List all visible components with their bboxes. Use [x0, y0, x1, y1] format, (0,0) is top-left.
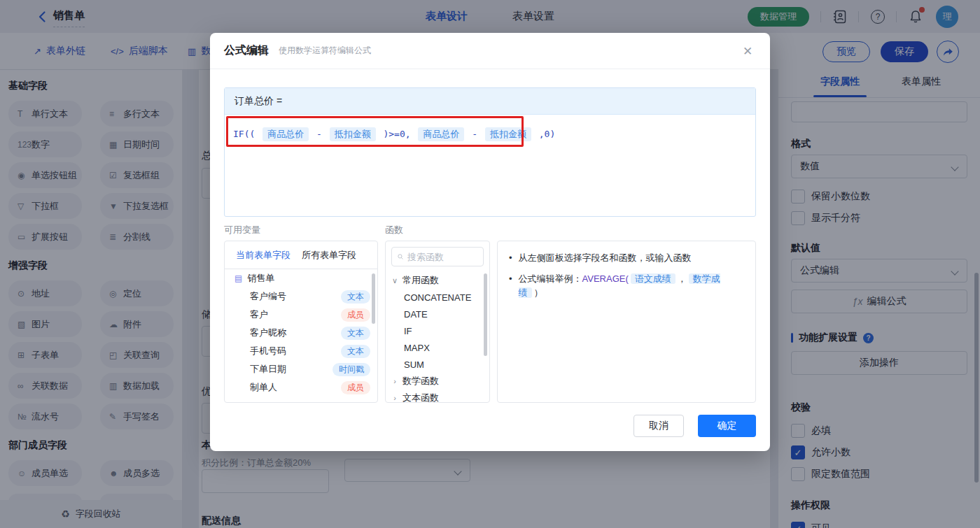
variable-name: 下单日期 [250, 363, 286, 376]
tip-text: ， [678, 273, 687, 284]
variable-type-badge: 成员 [341, 381, 370, 394]
confirm-button[interactable]: 确定 [698, 415, 756, 437]
formula-text: )>=0, [378, 129, 416, 139]
function-search-box [391, 247, 484, 266]
search-icon [398, 252, 403, 261]
variable-name: 手机号码 [250, 345, 286, 357]
formula-text: - [311, 129, 327, 139]
variable-name: 客户 [250, 308, 268, 321]
formula-target-field: 订单总价 = [225, 88, 755, 115]
function-item[interactable]: SUM [386, 356, 489, 373]
form-doc-icon: ▤ [234, 273, 242, 283]
formula-text: - [466, 129, 482, 139]
tip-text: ） [534, 287, 543, 298]
close-icon[interactable]: ✕ [741, 44, 755, 58]
tip-item: • 从左侧面板选择字段名和函数，或输入函数 [509, 251, 744, 265]
function-item[interactable]: DATE [386, 306, 489, 322]
function-group-collapsed[interactable]: ›数学函数 [386, 373, 489, 390]
formula-field-chip[interactable]: 商品总价 [262, 127, 309, 141]
chevron-right-icon: › [391, 394, 398, 402]
function-group-expanded[interactable]: ∨常用函数 [386, 272, 489, 289]
variables-root-row[interactable]: ▤销售单 [225, 269, 377, 287]
chevron-right-icon: › [391, 377, 398, 385]
formula-text: ,0) [533, 129, 555, 139]
variable-name: 制单人 [250, 381, 277, 394]
tip-item: • 公式编辑举例：AVERAGE(语文成绩，数学成绩） [509, 272, 744, 300]
formula-editor: 订单总价 = IF(( 商品总价 - 抵扣金额 )>=0, 商品总价 - 抵扣金… [224, 87, 756, 217]
variable-row[interactable]: 客户编号文本 [225, 287, 377, 306]
variable-row[interactable]: 客户成员 [225, 306, 377, 324]
variables-label: 可用变量 [224, 224, 260, 236]
tips-panel: • 从左侧面板选择字段名和函数，或输入函数 • 公式编辑举例：AVERAGE(语… [497, 241, 756, 403]
functions-label: 函数 [385, 224, 403, 236]
tip-text: 公式编辑举例： [519, 273, 582, 284]
variable-type-badge: 成员 [341, 308, 370, 322]
formula-edit-modal: 公式编辑 使用数学运算符编辑公式 ✕ 订单总价 = IF(( 商品总价 - 抵扣… [210, 33, 770, 451]
formula-text: IF(( [233, 129, 260, 139]
variable-row[interactable]: 制单人成员 [225, 378, 377, 397]
scrollbar-thumb[interactable] [484, 273, 487, 356]
variable-type-badge: 文本 [341, 327, 370, 340]
modal-title: 公式编辑 [224, 43, 269, 58]
function-item[interactable]: MAPX [386, 339, 489, 356]
variable-name: 客户编号 [250, 290, 286, 303]
variable-row[interactable]: 下单日期时间戳 [225, 360, 377, 378]
cancel-button[interactable]: 取消 [634, 415, 684, 437]
scrollbar-thumb[interactable] [372, 273, 375, 324]
formula-input-area[interactable]: IF(( 商品总价 - 抵扣金额 )>=0, 商品总价 - 抵扣金额 ,0) [225, 115, 755, 154]
chevron-down-icon: ∨ [391, 276, 398, 285]
function-group-name: 数学函数 [402, 375, 439, 387]
variable-type-badge: 时间戳 [332, 363, 370, 376]
variable-row[interactable]: 客户昵称文本 [225, 324, 377, 342]
modal-header: 公式编辑 使用数学运算符编辑公式 [210, 33, 770, 69]
variable-row[interactable]: 手机号码文本 [225, 342, 377, 360]
variable-type-badge: 文本 [341, 290, 370, 304]
variables-panel: 当前表单字段所有表单字段 ▤销售单客户编号文本客户成员客户昵称文本手机号码文本下… [224, 241, 378, 403]
variable-type-badge: 文本 [341, 345, 370, 358]
modal-subtitle: 使用数学运算符编辑公式 [279, 45, 371, 57]
tip-text: AVERAGE( [582, 273, 629, 284]
example-field-chip[interactable]: 语文成绩 [631, 273, 676, 284]
function-group-collapsed[interactable]: ›文本函数 [386, 390, 489, 403]
variables-tab-0[interactable]: 当前表单字段 [236, 249, 290, 262]
variables-tab-1[interactable]: 所有表单字段 [302, 249, 356, 262]
function-item[interactable]: CONCATENATE [386, 289, 489, 306]
formula-field-chip[interactable]: 商品总价 [418, 127, 464, 141]
function-item[interactable]: IF [386, 322, 489, 339]
functions-panel: ∨常用函数CONCATENATEDATEIFMAPXSUM›数学函数›文本函数 [385, 241, 490, 403]
function-group-name: 文本函数 [402, 392, 439, 403]
formula-field-chip[interactable]: 抵扣金额 [330, 127, 376, 141]
variable-name: 客户昵称 [250, 327, 286, 339]
formula-field-chip[interactable]: 抵扣金额 [485, 127, 531, 141]
function-group-name: 常用函数 [402, 274, 439, 287]
function-search-input[interactable] [407, 252, 477, 262]
variables-root-name: 销售单 [247, 272, 274, 285]
